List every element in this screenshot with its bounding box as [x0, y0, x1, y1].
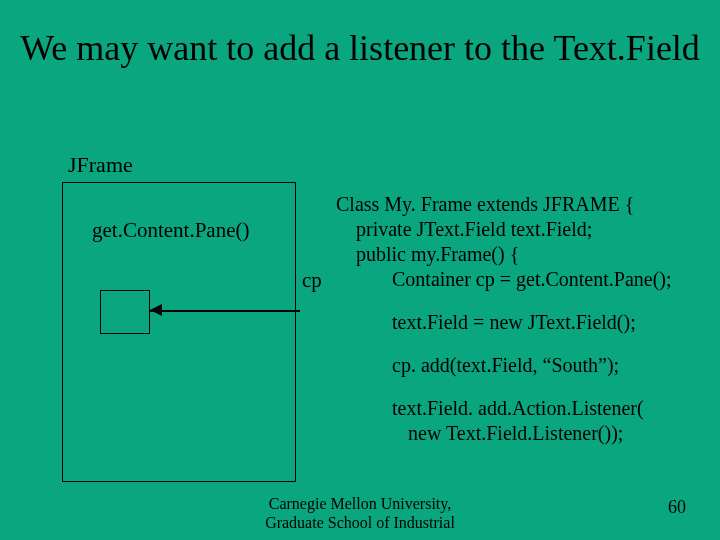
code-line: Class My. Frame extends JFRAME {: [336, 193, 634, 215]
footer-line: Graduate School of Industrial: [265, 514, 455, 531]
code-line: private JText.Field text.Field;: [336, 217, 706, 242]
footer: Carnegie Mellon University, Graduate Sch…: [0, 495, 720, 532]
arrow-line: [150, 310, 300, 312]
cp-label: cp: [302, 268, 322, 293]
code-line: text.Field. add.Action.Listener(: [336, 396, 706, 421]
code-line: text.Field = new JText.Field();: [336, 310, 706, 335]
get-content-pane-label: get.Content.Pane(): [92, 218, 249, 243]
inner-box: [100, 290, 150, 334]
code-line: public my.Frame() {: [336, 242, 706, 267]
jframe-label: JFrame: [68, 152, 133, 178]
code-line: Container cp = get.Content.Pane();: [336, 267, 706, 292]
code-line: cp. add(text.Field, “South”);: [336, 353, 706, 378]
page-number: 60: [668, 497, 686, 518]
arrow-left-icon: [150, 304, 162, 316]
footer-line: Carnegie Mellon University,: [269, 495, 451, 512]
code-block: Class My. Frame extends JFRAME { private…: [336, 192, 706, 446]
blank-line: [336, 378, 706, 396]
blank-line: [336, 292, 706, 310]
slide-title: We may want to add a listener to the Tex…: [0, 0, 720, 69]
code-line: new Text.Field.Listener());: [336, 421, 706, 446]
blank-line: [336, 335, 706, 353]
